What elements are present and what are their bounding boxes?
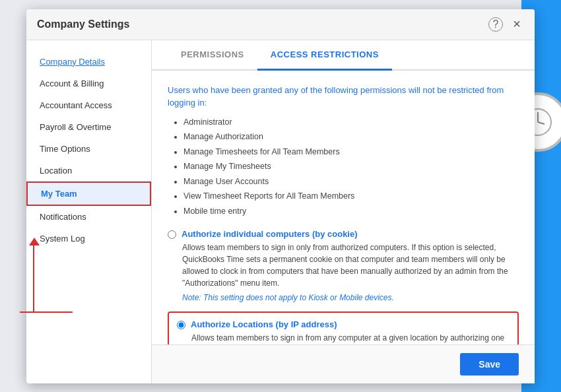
radio-title-cookie: Authorize individual computers (by cooki… (182, 229, 358, 239)
sidebar-item-company-details[interactable]: Company Details (26, 51, 151, 73)
company-settings-modal: Company Settings ? × Company Details Acc… (26, 9, 535, 383)
modal-title: Company Settings (37, 18, 129, 30)
svg-line-2 (538, 122, 544, 124)
radio-ip[interactable] (177, 321, 185, 329)
sidebar-item-accountant-access[interactable]: Accountant Access (26, 94, 151, 116)
sidebar: Company Details Account & Billing Accoun… (26, 40, 152, 383)
save-button[interactable]: Save (460, 353, 519, 376)
tab-access-restrictions[interactable]: ACCESS RESTRICTIONS (257, 40, 392, 71)
sidebar-item-payroll-overtime[interactable]: Payroll & Overtime (26, 116, 151, 138)
sidebar-item-my-team[interactable]: My Team (26, 181, 151, 206)
sidebar-item-account-billing[interactable]: Account & Billing (26, 73, 151, 94)
sidebar-item-time-options[interactable]: Time Options (26, 138, 151, 160)
help-button[interactable]: ? (488, 17, 503, 32)
radio-label-ip: Authorize Locations (by IP address) (177, 319, 510, 329)
tabs-bar: PERMISSIONS ACCESS RESTRICTIONS (152, 40, 535, 71)
radio-desc-cookie: Allows team members to sign in only from… (182, 242, 519, 289)
note-cookie: Note: This setting does not apply to Kio… (182, 293, 519, 302)
list-item: Administrator (183, 115, 519, 130)
modal-header: Company Settings ? × (26, 9, 535, 40)
radio-desc-ip: Allows team members to sign in from any … (191, 332, 510, 344)
list-item: Manage User Accounts (183, 174, 519, 189)
radio-label-cookie: Authorize individual computers (by cooki… (168, 229, 519, 239)
modal-footer: Save (152, 344, 535, 383)
radio-title-ip: Authorize Locations (by IP address) (191, 319, 337, 329)
sidebar-item-notifications[interactable]: Notifications (26, 206, 151, 228)
radio-cookie[interactable] (168, 230, 176, 239)
header-icons: ? × (488, 17, 524, 32)
sidebar-item-location[interactable]: Location (26, 160, 151, 181)
list-item: Manage Timesheets for All Team Members (183, 145, 519, 160)
list-item: Manage My Timesheets (183, 159, 519, 174)
intro-text: Users who have been granted any of the f… (168, 84, 519, 110)
list-item: Manage Authorization (183, 129, 519, 145)
radio-option-cookie: Authorize individual computers (by cooki… (168, 229, 519, 302)
list-item: View Timesheet Reports for All Team Memb… (183, 189, 519, 204)
main-content: PERMISSIONS ACCESS RESTRICTIONS Users wh… (152, 40, 535, 383)
content-area: Users who have been granted any of the f… (152, 71, 535, 344)
tab-permissions[interactable]: PERMISSIONS (168, 40, 257, 69)
sidebar-item-system-log[interactable]: System Log (26, 228, 151, 249)
list-item: Mobile time entry (183, 204, 519, 219)
close-button[interactable]: × (510, 17, 524, 32)
modal-body: Company Details Account & Billing Accoun… (26, 40, 535, 383)
radio-option-ip: Authorize Locations (by IP address) Allo… (168, 311, 519, 344)
permissions-list: Administrator Manage Authorization Manag… (183, 115, 519, 219)
